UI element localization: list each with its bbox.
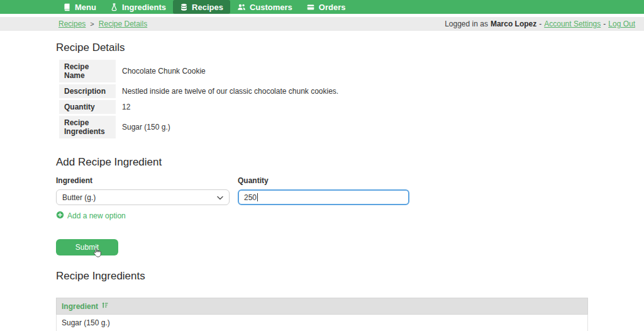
recipe-details-table: Recipe Name Chocolate Chunk Cookie Descr… bbox=[59, 58, 343, 140]
log-out-link[interactable]: Log Out bbox=[608, 20, 635, 28]
ingredient-column-header[interactable]: Ingredient bbox=[57, 298, 588, 315]
breadcrumb-separator: > bbox=[90, 20, 94, 28]
ingredient-select[interactable]: Butter (g.) bbox=[56, 189, 230, 205]
nav-item-label: Menu bbox=[75, 3, 96, 12]
nav-item-recipes[interactable]: Recipes bbox=[173, 0, 230, 14]
table-row: Recipe Name Chocolate Chunk Cookie bbox=[59, 60, 343, 82]
text-caret bbox=[257, 193, 258, 201]
breadcrumb-link-recipe-details[interactable]: Recipe Details bbox=[99, 20, 147, 28]
add-recipe-ingredient-title: Add Recipe Ingredient bbox=[56, 156, 588, 169]
nav-item-label: Recipes bbox=[192, 3, 223, 12]
detail-label: Quantity bbox=[59, 100, 116, 114]
nav-item-label: Orders bbox=[319, 3, 346, 12]
sort-icon bbox=[101, 301, 109, 311]
nav-item-menu[interactable]: Menu bbox=[56, 0, 103, 14]
session-separator: - bbox=[603, 20, 606, 28]
quantity-value: 250 bbox=[244, 193, 257, 202]
detail-value: 12 bbox=[116, 100, 343, 114]
nav-item-customers[interactable]: Customers bbox=[230, 0, 299, 14]
table-row: Recipe Ingredients Sugar (150 g.) bbox=[59, 116, 343, 138]
top-navbar: Menu Ingredients Recipes bbox=[0, 0, 644, 14]
ingredient-cell[interactable]: Sugar (150 g.) bbox=[57, 315, 588, 331]
submit-button[interactable]: Submit bbox=[56, 239, 118, 255]
users-icon bbox=[237, 3, 246, 11]
detail-value: Chocolate Chunk Cookie bbox=[116, 60, 343, 82]
recipe-details-title: Recipe Details bbox=[56, 42, 588, 54]
main-content: Recipe Details Recipe Name Chocolate Chu… bbox=[0, 31, 644, 331]
breadcrumb: Recipes > Recipe Details bbox=[58, 20, 147, 28]
detail-label: Recipe Ingredients bbox=[59, 116, 116, 138]
nav-item-orders[interactable]: Orders bbox=[299, 0, 353, 14]
session-info: Logged in as Marco Lopez - Account Setti… bbox=[445, 20, 635, 28]
detail-label: Description bbox=[59, 84, 116, 98]
credit-card-icon bbox=[306, 3, 315, 11]
table-row: Description Nestled inside are twelve of… bbox=[59, 84, 343, 98]
add-ingredient-form: Ingredient Butter (g.) bbox=[56, 176, 588, 222]
nav-item-label: Customers bbox=[250, 3, 292, 12]
quantity-input[interactable]: 250 bbox=[238, 189, 409, 205]
add-new-option-label: Add a new option bbox=[67, 211, 126, 220]
nav-item-ingredients[interactable]: Ingredients bbox=[103, 0, 173, 14]
recipe-ingredients-title: Recipe Ingredients bbox=[56, 270, 588, 283]
flask-icon bbox=[110, 3, 118, 11]
table-header-row: Ingredient bbox=[57, 298, 588, 315]
quantity-label: Quantity bbox=[238, 176, 409, 185]
session-separator: - bbox=[539, 20, 541, 28]
recipe-ingredients-table: Ingredient bbox=[56, 298, 588, 331]
logged-in-user: Marco Lopez bbox=[491, 20, 536, 28]
chevron-down-icon bbox=[217, 193, 223, 202]
detail-label: Recipe Name bbox=[59, 60, 116, 82]
add-new-option-link[interactable]: Add a new option bbox=[56, 211, 126, 221]
ingredient-label: Ingredient bbox=[56, 176, 230, 185]
book-icon bbox=[63, 3, 71, 11]
account-settings-link[interactable]: Account Settings bbox=[544, 20, 601, 28]
plus-circle-icon bbox=[56, 211, 64, 221]
detail-value: Sugar (150 g.) bbox=[116, 116, 343, 138]
breadcrumb-link-recipes[interactable]: Recipes bbox=[58, 20, 86, 28]
nav-item-label: Ingredients bbox=[122, 3, 166, 12]
breadcrumb-bar: Recipes > Recipe Details Logged in as Ma… bbox=[0, 17, 644, 31]
database-icon bbox=[180, 3, 188, 11]
session-prefix: Logged in as bbox=[445, 20, 488, 28]
ingredient-header-label: Ingredient bbox=[62, 302, 98, 311]
detail-value: Nestled inside are twelve of our classic… bbox=[116, 84, 343, 98]
ingredient-selected-value: Butter (g.) bbox=[62, 193, 96, 202]
table-row: Sugar (150 g.) bbox=[57, 315, 588, 331]
table-row: Quantity 12 bbox=[59, 100, 343, 114]
